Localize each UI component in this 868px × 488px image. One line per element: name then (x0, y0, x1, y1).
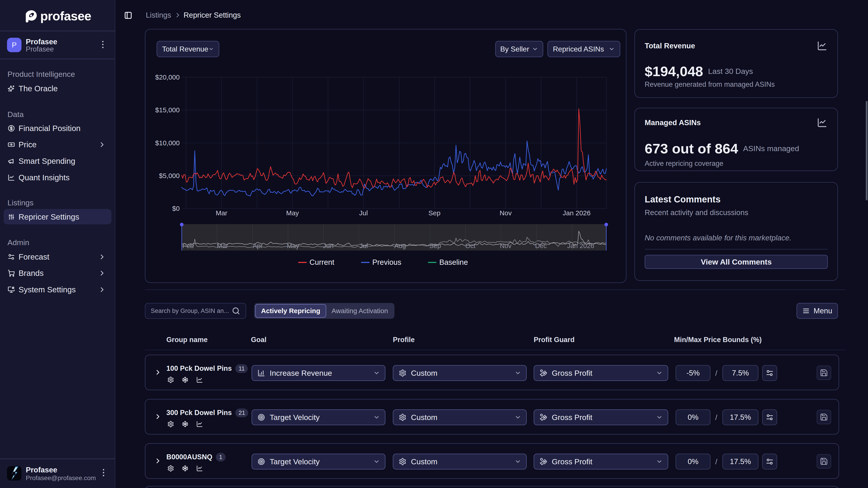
svg-text:$20,000: $20,000 (155, 73, 180, 81)
svg-text:Jul: Jul (359, 209, 368, 217)
svg-text:Sep: Sep (428, 209, 440, 217)
svg-text:Aug: Aug (394, 242, 406, 250)
svg-text:Nov: Nov (500, 242, 512, 250)
svg-text:Mar: Mar (217, 242, 228, 250)
svg-text:Mar: Mar (216, 209, 227, 217)
svg-text:Apr: Apr (252, 242, 263, 250)
svg-text:Feb: Feb (182, 242, 194, 250)
svg-text:Oct: Oct (465, 242, 475, 250)
svg-text:$10,000: $10,000 (155, 139, 180, 147)
svg-text:$5,000: $5,000 (159, 172, 180, 180)
svg-text:$15,000: $15,000 (155, 106, 180, 113)
svg-text:Dec: Dec (535, 242, 547, 250)
svg-text:Jun: Jun (323, 242, 334, 250)
svg-text:Jan 2026: Jan 2026 (567, 242, 594, 250)
svg-text:May: May (286, 209, 299, 217)
svg-text:Jul: Jul (360, 242, 368, 250)
svg-text:Nov: Nov (500, 209, 512, 217)
svg-text:Jan 2026: Jan 2026 (563, 209, 590, 217)
svg-text:Sep: Sep (429, 242, 441, 250)
svg-text:$0: $0 (172, 205, 180, 212)
svg-text:May: May (287, 242, 299, 250)
